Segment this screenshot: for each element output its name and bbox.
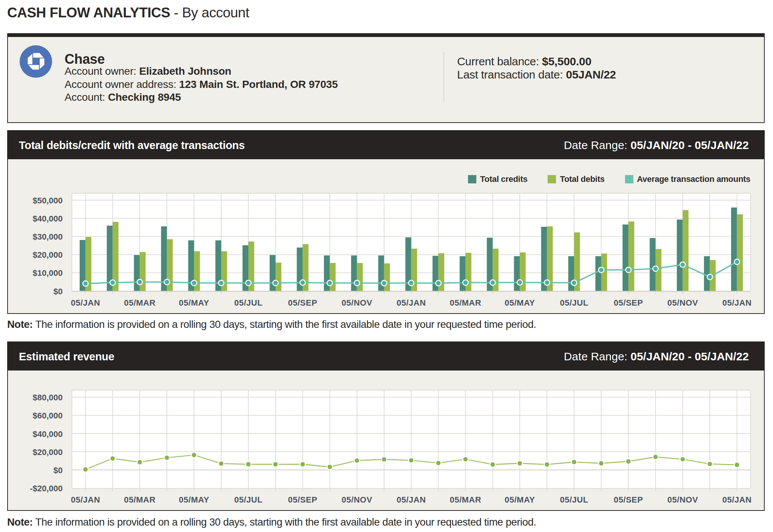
svg-text:05/SEP: 05/SEP (288, 495, 317, 504)
svg-text:05/JUL: 05/JUL (560, 495, 588, 504)
svg-text:05/MAY: 05/MAY (179, 495, 209, 504)
svg-text:$30,000: $30,000 (32, 232, 63, 241)
svg-text:05/MAY: 05/MAY (505, 298, 535, 308)
svg-text:$0: $0 (54, 287, 63, 296)
svg-text:$50,000: $50,000 (32, 196, 63, 205)
svg-text:-$20,000: -$20,000 (30, 484, 63, 493)
svg-text:05/SEP: 05/SEP (614, 298, 643, 308)
svg-text:05/NOV: 05/NOV (667, 495, 698, 504)
svg-text:$80,000: $80,000 (32, 393, 63, 402)
svg-text:05/NOV: 05/NOV (342, 495, 372, 504)
svg-text:05/JAN: 05/JAN (71, 495, 100, 504)
svg-text:05/MAY: 05/MAY (179, 298, 209, 308)
svg-text:$20,000: $20,000 (32, 250, 63, 260)
svg-text:05/JAN: 05/JAN (71, 298, 100, 308)
svg-text:05/NOV: 05/NOV (667, 298, 698, 308)
svg-text:05/JUL: 05/JUL (234, 495, 262, 504)
svg-text:$40,000: $40,000 (32, 214, 63, 223)
svg-text:05/MAR: 05/MAR (124, 495, 156, 504)
svg-text:05/SEP: 05/SEP (288, 298, 317, 308)
svg-text:$60,000: $60,000 (32, 411, 63, 420)
svg-text:05/JAN: 05/JAN (397, 495, 426, 504)
svg-text:$20,000: $20,000 (32, 447, 63, 457)
svg-text:05/MAR: 05/MAR (450, 495, 481, 504)
svg-text:05/SEP: 05/SEP (614, 495, 643, 504)
svg-text:$10,000: $10,000 (32, 268, 63, 278)
svg-text:05/MAR: 05/MAR (450, 298, 481, 308)
svg-text:05/JAN: 05/JAN (397, 298, 426, 308)
svg-text:05/MAR: 05/MAR (124, 298, 156, 308)
svg-text:05/JUL: 05/JUL (234, 298, 262, 308)
svg-text:05/JUL: 05/JUL (560, 298, 588, 308)
svg-text:05/JAN: 05/JAN (722, 495, 752, 504)
svg-text:$40,000: $40,000 (32, 429, 63, 439)
svg-text:$0: $0 (54, 466, 63, 475)
svg-text:05/NOV: 05/NOV (342, 298, 372, 308)
svg-text:05/JAN: 05/JAN (722, 298, 752, 308)
svg-text:05/MAY: 05/MAY (505, 495, 535, 504)
